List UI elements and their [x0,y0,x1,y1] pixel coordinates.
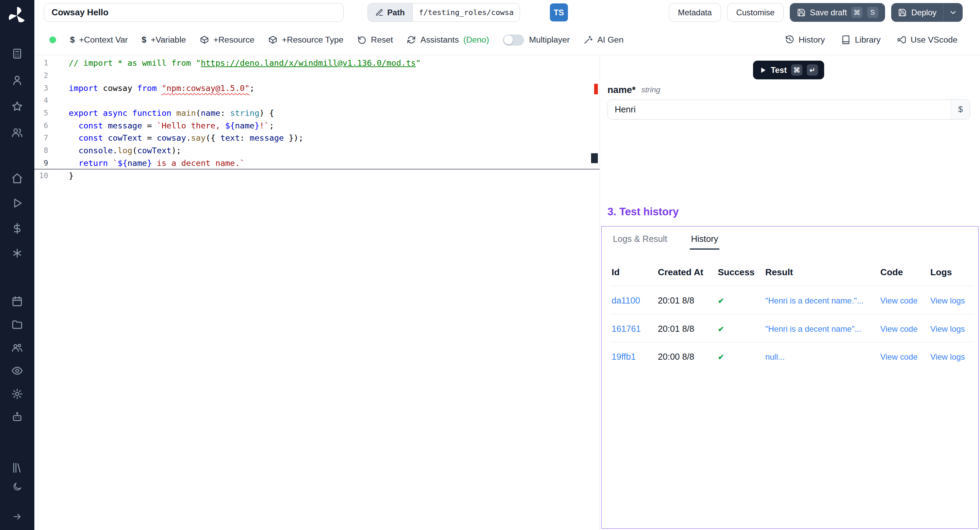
reset-button[interactable]: Reset [357,35,393,45]
save-icon [797,8,806,17]
assistants-label: Assistants [421,35,459,45]
moon-icon [12,482,22,492]
sidebar-item-apps[interactable] [0,40,34,67]
add-resource-button[interactable]: +Resource [200,35,255,45]
robot-icon [11,411,23,423]
history-button[interactable]: History [785,35,825,45]
add-variable-button[interactable]: $+Variable [142,35,186,45]
tab-logs-result[interactable]: Logs & Result [611,230,668,250]
run-id-link[interactable]: da1100 [611,296,640,305]
code-line[interactable]: 2 [34,69,600,82]
code-line[interactable]: 1// import * as wmill from "https://deno… [34,57,600,69]
path-button[interactable]: Path [368,3,412,22]
sidebar-item-user[interactable] [0,67,34,93]
history-row: 16176120:01 8/8✔"Henri is a decent name"… [611,314,974,342]
code-line[interactable]: 8 console.log(cowText); [34,144,600,157]
code-editor[interactable]: 1// import * as wmill from "https://deno… [34,55,600,530]
test-button-row: Test ⌘ ↵ [608,61,970,79]
sidebar-collapse-button[interactable] [0,507,34,526]
tab-history[interactable]: History [690,230,719,250]
play-icon [11,197,23,209]
ai-gen-button[interactable]: AI Gen [584,35,624,45]
line-number: 5 [34,107,48,120]
sidebar-item-favorites[interactable] [0,93,34,120]
book-icon [841,35,851,45]
assistants-button[interactable]: Assistants(Deno) [407,35,489,45]
arrow-right-icon [12,512,22,522]
sidebar-item-variables[interactable] [0,216,34,241]
run-id-link[interactable]: 19ffb1 [611,352,636,361]
test-panel: Test ⌘ ↵ name* string $ 3. Test history … [600,55,980,530]
code-line[interactable]: 7 const cowText = cowsay.say({ text: mes… [34,132,600,144]
path-input[interactable] [412,3,520,22]
ai-gen-label: AI Gen [597,35,624,45]
deploy-label: Deploy [911,8,937,18]
test-button[interactable]: Test ⌘ ↵ [753,61,824,79]
history-tabs: Logs & ResultHistory [601,227,978,250]
result-link[interactable]: "Henri is a decent name."... [765,296,864,305]
topbar: Path TS Metadata Customise Save draft ⌘ … [34,0,980,25]
result-link[interactable]: "Henri is a decent name"... [765,324,861,334]
sidebar-group-collapse [0,507,34,526]
code-line[interactable]: 3import cowsay from "npm:cowsay@1.5.0"; [34,82,600,95]
library-button[interactable]: Library [841,35,881,45]
sidebar-item-groups[interactable] [0,336,34,359]
column-header: Success [718,265,765,286]
deploy-dropdown-button[interactable] [943,3,962,22]
sidebar-item-resources[interactable] [0,241,34,266]
code-line[interactable]: 10} [34,170,600,182]
view-logs-link[interactable]: View logs [930,352,965,361]
add-context-var-button[interactable]: $+Context Var [70,35,128,45]
windmill-logo[interactable] [6,5,28,27]
line-number: 8 [34,144,48,157]
run-id-link[interactable]: 161761 [611,324,641,334]
sidebar-item-schedules[interactable] [0,289,34,313]
main-split: 1// import * as wmill from "https://deno… [34,55,980,530]
insert-variable-button[interactable]: $ [951,100,969,119]
view-logs-link[interactable]: View logs [930,296,965,305]
arg-name-input[interactable] [608,100,951,119]
library-label: Library [855,35,881,45]
code-text: import cowsay from "npm:cowsay@1.5.0"; [48,82,255,95]
history-header-row: IdCreated AtSuccessResultCodeLogs [611,265,974,286]
script-name-input[interactable] [44,3,344,22]
arg-type-label: string [641,85,660,94]
code-line[interactable]: 9 return `${name} is a decent name.` [34,157,600,170]
language-badge[interactable]: TS [550,3,568,21]
view-logs-link[interactable]: View logs [930,324,965,334]
line-number: 10 [34,170,48,182]
code-line[interactable]: 5export async function main(name: string… [34,107,600,120]
toolbar-right: History Library Use VScode [785,35,970,45]
metadata-button[interactable]: Metadata [669,3,721,22]
use-vscode-button[interactable]: Use VScode [897,35,958,45]
history-label: History [799,35,825,45]
customise-button[interactable]: Customise [727,3,784,22]
users-icon [11,127,23,139]
add-resource-type-button[interactable]: +Resource Type [268,35,343,45]
sidebar-item-audit-logs[interactable] [0,359,34,382]
result-link[interactable]: null... [765,352,785,361]
sidebar-item-docs[interactable] [0,458,34,477]
multiplayer-control: Multiplayer [503,34,570,46]
sidebar-item-folders[interactable] [0,313,34,336]
sidebar-item-members[interactable] [0,120,34,146]
view-code-link[interactable]: View code [880,296,918,305]
sidebar-item-runs[interactable] [0,191,34,216]
code-line[interactable]: 6 const message = `Hello there, ${name}!… [34,120,600,132]
topbar-actions: Metadata Customise Save draft ⌘ S Deploy [669,3,980,22]
editor-lines: 1// import * as wmill from "https://deno… [34,57,600,182]
sidebar-item-settings[interactable] [0,382,34,405]
calculator-icon [11,48,23,60]
code-line[interactable]: 4 [34,94,600,107]
deploy-button[interactable]: Deploy [891,3,943,22]
sidebar-item-dark-mode[interactable] [0,477,34,496]
sidebar-item-home[interactable] [0,166,34,191]
save-draft-button[interactable]: Save draft ⌘ S [790,3,885,22]
test-history-panel: Logs & ResultHistory IdCreated AtSuccess… [601,226,978,528]
view-code-link[interactable]: View code [880,324,918,334]
multiplayer-toggle[interactable] [503,34,524,46]
view-code-link[interactable]: View code [880,352,918,361]
sidebar-item-workers[interactable] [0,405,34,428]
line-number: 1 [34,57,48,69]
code-text: return `${name} is a decent name.` [48,157,245,170]
